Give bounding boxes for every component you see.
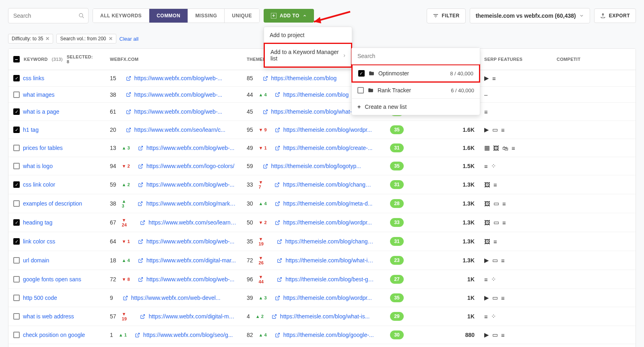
url-link[interactable]: https://themeisle.com/blog/wordpr...: [283, 295, 372, 301]
external-link-icon[interactable]: [138, 182, 143, 187]
external-link-icon[interactable]: [275, 127, 280, 133]
external-link-icon[interactable]: [277, 277, 282, 282]
url-link[interactable]: https://www.webfx.com/blog/marke...: [146, 200, 237, 207]
row-checkbox[interactable]: [13, 313, 20, 320]
url-link[interactable]: https://themeisle.com/blog/create-...: [283, 145, 373, 151]
external-link-icon[interactable]: [275, 332, 280, 338]
add-to-button[interactable]: + ADD TO: [264, 9, 314, 23]
close-icon[interactable]: ✕: [109, 36, 113, 42]
url-link[interactable]: https://themeisle.com/blog/wordpr...: [283, 127, 372, 133]
km-search-input[interactable]: [352, 48, 480, 64]
external-link-icon[interactable]: [140, 220, 145, 225]
row-checkbox[interactable]: [13, 108, 20, 115]
url-link[interactable]: https://www.webfx.com/blog/web-...: [134, 75, 223, 81]
keyword-link[interactable]: css link color: [23, 181, 55, 188]
external-link-icon[interactable]: [275, 145, 280, 151]
chip-search-vol[interactable]: Search vol.: from 200✕: [56, 34, 116, 44]
external-link-icon[interactable]: [126, 127, 131, 133]
row-checkbox[interactable]: [13, 91, 20, 98]
keyword-link[interactable]: link color css: [23, 238, 55, 245]
row-checkbox[interactable]: [13, 200, 20, 207]
url-link[interactable]: https://themeisle.com/blog/change-...: [285, 238, 374, 245]
url-link[interactable]: https://www.webfx.com/digital-mar...: [147, 257, 236, 264]
tab-common[interactable]: COMMON: [149, 9, 188, 23]
create-new-list[interactable]: + Create a new list: [352, 98, 480, 115]
url-link[interactable]: https://www.webfx.com/blog/web-...: [147, 238, 235, 245]
url-link[interactable]: https://www.webfx.com/digital-mar...: [149, 313, 237, 320]
url-link[interactable]: https://www.webfx.com/web-devel...: [131, 295, 221, 301]
row-checkbox[interactable]: [13, 276, 20, 283]
external-link-icon[interactable]: [277, 258, 282, 263]
keyword-link[interactable]: what is a page: [23, 108, 59, 115]
add-to-km-list[interactable]: Add to a Keyword Manager list ›: [264, 43, 352, 68]
filter-button[interactable]: FILTER: [427, 8, 466, 23]
external-link-icon[interactable]: [275, 295, 280, 301]
external-link-icon[interactable]: [263, 76, 268, 81]
keyword-link[interactable]: what images: [23, 91, 55, 98]
external-link-icon[interactable]: [138, 145, 143, 151]
search-box[interactable]: [8, 8, 89, 23]
url-link[interactable]: https://www.webfx.com/seo/learn/c...: [149, 219, 237, 226]
select-all-checkbox[interactable]: [13, 56, 20, 62]
search-input[interactable]: [8, 8, 89, 23]
url-link[interactable]: https://themeisle.com/blog/wordpr...: [283, 219, 372, 226]
add-to-project[interactable]: Add to project: [264, 27, 352, 43]
tab-missing[interactable]: MISSING: [188, 9, 225, 23]
url-link[interactable]: https://www.webfx.com/logo-colors/: [147, 163, 235, 169]
col-webfx[interactable]: WEBFX.COM: [105, 51, 242, 67]
url-link[interactable]: https://themeisle.com/blog/what-is...: [271, 108, 361, 115]
url-link[interactable]: https://www.webfx.com/blog/web-...: [134, 91, 223, 98]
tab-all-keywords[interactable]: ALL KEYWORDS: [93, 9, 149, 23]
external-link-icon[interactable]: [275, 201, 280, 206]
external-link-icon[interactable]: [138, 258, 143, 263]
row-checkbox[interactable]: [13, 295, 20, 301]
compare-select[interactable]: themeisle.com vs webfx.com (60,438): [470, 8, 590, 23]
keyword-link[interactable]: url domain: [23, 257, 49, 264]
clear-all[interactable]: Clear all: [120, 36, 139, 42]
keyword-link[interactable]: google fonts open sans: [23, 276, 81, 283]
url-link[interactable]: https://www.webfx.com/blog/web-...: [147, 276, 235, 283]
keyword-link[interactable]: check position on google: [23, 332, 85, 338]
external-link-icon[interactable]: [138, 239, 143, 244]
checkbox-icon[interactable]: [358, 70, 365, 77]
url-link[interactable]: https://themeisle.com/blog/logotyp...: [271, 163, 361, 169]
row-checkbox[interactable]: [13, 219, 20, 226]
col-serp[interactable]: SERP FEATURES: [479, 51, 552, 67]
export-button[interactable]: EXPORT: [594, 8, 636, 23]
external-link-icon[interactable]: [126, 92, 131, 97]
keyword-link[interactable]: css links: [23, 75, 44, 81]
row-checkbox[interactable]: [13, 257, 20, 264]
url-link[interactable]: https://www.webfx.com/blog/web-...: [147, 181, 235, 188]
col-keyword[interactable]: KEYWORD: [24, 57, 48, 62]
external-link-icon[interactable]: [275, 220, 280, 225]
external-link-icon[interactable]: [263, 164, 268, 169]
km-list-rank-tracker[interactable]: Rank Tracker 6 / 40,000: [352, 82, 480, 98]
row-checkbox[interactable]: [13, 145, 20, 151]
row-checkbox[interactable]: [13, 75, 20, 81]
row-checkbox[interactable]: [13, 332, 20, 338]
col-competition[interactable]: COMPETIT: [552, 51, 596, 67]
row-checkbox[interactable]: [13, 163, 20, 169]
external-link-icon[interactable]: [123, 295, 128, 301]
url-link[interactable]: https://themeisle.com/blog/google-...: [283, 332, 374, 338]
keyword-link[interactable]: http 500 code: [23, 295, 57, 301]
checkbox-icon[interactable]: [357, 87, 364, 94]
keyword-link[interactable]: what is web address: [23, 313, 74, 320]
external-link-icon[interactable]: [263, 109, 268, 114]
external-link-icon[interactable]: [126, 76, 131, 81]
row-checkbox[interactable]: [13, 181, 20, 188]
row-checkbox[interactable]: [13, 238, 20, 245]
external-link-icon[interactable]: [138, 277, 143, 282]
external-link-icon[interactable]: [126, 109, 131, 114]
url-link[interactable]: https://themeisle.com/blog/best-go...: [285, 276, 374, 283]
keyword-link[interactable]: heading tag: [23, 219, 52, 226]
external-link-icon[interactable]: [138, 164, 143, 169]
external-link-icon[interactable]: [275, 182, 280, 187]
url-link[interactable]: https://www.webfx.com/seo/learn/c...: [134, 127, 225, 133]
keyword-link[interactable]: what is logo: [23, 163, 53, 169]
row-checkbox[interactable]: [13, 127, 20, 133]
external-link-icon[interactable]: [138, 201, 143, 206]
external-link-icon[interactable]: [135, 332, 140, 338]
url-link[interactable]: https://www.webfx.com/blog/web-...: [134, 108, 223, 115]
url-link[interactable]: https://themeisle.com/blog/what-is...: [280, 313, 370, 320]
